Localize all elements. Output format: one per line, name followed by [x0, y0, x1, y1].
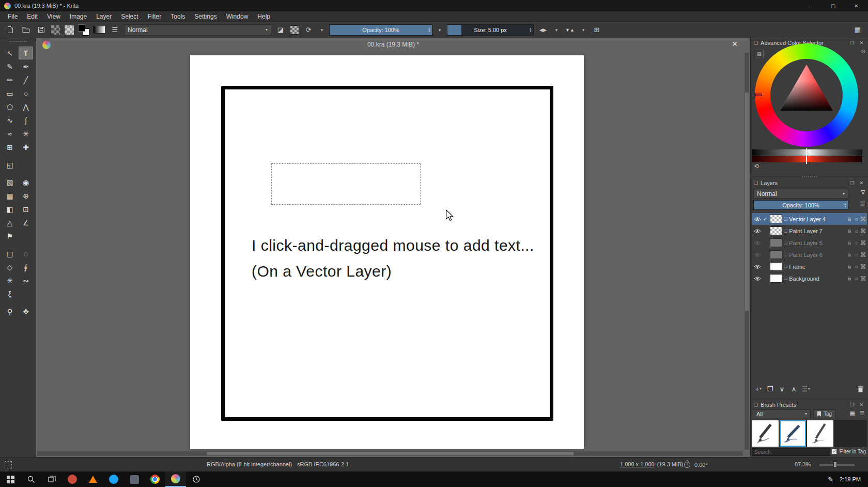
task-view-button[interactable] — [41, 471, 62, 487]
canvas-page[interactable]: I click-and-dragged mouse to add text...… — [190, 55, 584, 449]
open-document-button[interactable] — [20, 24, 32, 36]
polyline-tool[interactable]: ⋀ — [19, 100, 33, 113]
pattern-swatch-button[interactable] — [64, 25, 74, 35]
saturation-value-triangle[interactable] — [771, 59, 842, 131]
float-panel-icon[interactable]: ❐ — [849, 40, 856, 45]
move-tool[interactable]: ✚ — [19, 141, 33, 154]
tag-button[interactable]: Tag — [813, 409, 835, 418]
opacity-slider[interactable]: Opacity: 100% ▴▾ — [329, 24, 432, 36]
brush-preset-pencil-1[interactable] — [752, 420, 779, 447]
text-box-selection[interactable] — [271, 163, 421, 205]
layer-opacity-slider[interactable]: Opacity: 100% ▴▾ — [753, 200, 848, 210]
taskbar-clock[interactable]: 2:19 PM — [840, 476, 861, 482]
layer-row-paint-layer-5[interactable]: ❏ Paint Layer 5 α — [752, 237, 867, 249]
chevron-down-icon[interactable]: ▾ — [579, 24, 587, 36]
menu-layer[interactable]: Layer — [91, 11, 116, 22]
float-panel-icon[interactable]: ❐ — [849, 180, 856, 186]
chevron-down-icon[interactable]: ▾ — [552, 24, 561, 36]
alpha-lock-icon[interactable]: α — [854, 240, 859, 246]
duplicate-layer-button[interactable]: ❐ — [765, 383, 775, 394]
close-panel-icon[interactable]: ✕ — [858, 180, 865, 186]
layer-row-paint-layer-7[interactable]: ❏ Paint Layer 7 α — [752, 225, 867, 237]
brush-preset-pencil-3[interactable] — [807, 420, 833, 447]
inherit-alpha-icon[interactable] — [861, 240, 865, 245]
sync-color-icon[interactable]: ⟲ — [754, 163, 759, 170]
menu-settings[interactable]: Settings — [190, 11, 221, 22]
alpha-lock-icon[interactable]: α — [854, 252, 859, 257]
inherit-alpha-icon[interactable] — [861, 217, 865, 221]
color-sampler-tool[interactable]: ◉ — [19, 176, 33, 189]
docker-splitter[interactable] — [751, 176, 868, 178]
inherit-alpha-icon[interactable] — [861, 264, 865, 269]
taskbar-vlc-icon[interactable] — [83, 471, 103, 487]
chevron-down-icon[interactable]: ▾ — [436, 24, 444, 36]
reference-images-tool[interactable]: ⚑ — [3, 230, 17, 242]
image-dimensions[interactable]: 1,000 x 1,000 — [620, 461, 655, 467]
eraser-toggle-button[interactable]: ◪ — [274, 24, 287, 36]
maximize-button[interactable]: ▢ — [822, 0, 845, 11]
lock-icon[interactable] — [846, 276, 852, 281]
assistants-tool[interactable]: △ — [3, 216, 17, 229]
save-document-button[interactable] — [35, 24, 48, 36]
chevron-down-icon[interactable]: ▾ — [318, 24, 326, 36]
enclose-fill-tool[interactable]: ⊡ — [19, 203, 33, 216]
color-history-icon[interactable]: ⊙ — [861, 49, 865, 54]
lock-icon[interactable] — [846, 217, 852, 221]
layer-visibility-icon[interactable] — [753, 264, 762, 269]
crop-tool[interactable]: ◱ — [3, 158, 17, 171]
taskbar-app-red-icon[interactable] — [62, 471, 83, 487]
toolbox-drag-handle[interactable] — [9, 41, 27, 44]
close-button[interactable]: ✕ — [845, 0, 868, 11]
gradient-chooser-button[interactable] — [93, 26, 105, 34]
mirror-vertical-button[interactable]: ▼▲ — [564, 24, 576, 36]
scrollbar-thumb[interactable] — [207, 452, 574, 455]
lock-icon[interactable] — [846, 229, 852, 233]
selector-settings-icon[interactable]: ▤ — [755, 50, 764, 57]
layer-blend-mode-dropdown[interactable]: Normal ▾ — [753, 189, 848, 199]
close-panel-icon[interactable]: ✕ — [858, 402, 865, 407]
menu-window[interactable]: Window — [222, 11, 253, 22]
fill-tool[interactable]: ◧ — [3, 203, 17, 216]
lock-icon[interactable] — [846, 240, 852, 245]
tag-filter-dropdown[interactable]: All ▾ — [753, 409, 811, 418]
pan-tool[interactable]: ✥ — [19, 305, 33, 318]
calligraphy-tool[interactable]: ✒ — [19, 60, 33, 73]
multibrush-tool[interactable]: ✳ — [19, 127, 33, 140]
blend-mode-dropdown[interactable]: Normal ▾ — [124, 24, 271, 36]
taskbar-krita-icon[interactable] — [165, 471, 186, 487]
spinner-arrows[interactable]: ▴▾ — [528, 25, 533, 35]
pattern-edit-tool[interactable]: ▦ — [3, 189, 17, 202]
alpha-lock-icon[interactable]: α — [854, 229, 859, 234]
canvas-angle-value[interactable]: 0.00° — [694, 462, 708, 468]
zoom-tool[interactable]: ⚲ — [3, 305, 17, 318]
canvas-rotation-icon[interactable] — [683, 460, 691, 469]
zoom-slider-thumb[interactable] — [833, 462, 837, 468]
brush-preset-pencil-2[interactable] — [780, 420, 806, 447]
horizontal-scrollbar[interactable] — [37, 451, 743, 456]
menu-tools[interactable]: Tools — [166, 11, 190, 22]
scrollbar-thumb[interactable] — [745, 93, 749, 311]
layer-visibility-icon[interactable] — [753, 240, 762, 246]
menu-help[interactable]: Help — [253, 11, 275, 22]
zoom-slider[interactable] — [819, 464, 855, 466]
similar-select-tool[interactable]: ✳ — [3, 274, 17, 287]
spinner-arrows[interactable]: ▴▾ — [427, 25, 431, 35]
polygon-select-tool[interactable]: ◇ — [3, 261, 17, 273]
bezier-curve-tool[interactable]: ∿ — [3, 114, 17, 127]
checkbox-check-icon[interactable]: ✓ — [831, 449, 837, 454]
float-panel-icon[interactable]: ❐ — [849, 402, 856, 407]
close-panel-icon[interactable]: ✕ — [858, 40, 865, 45]
menu-edit[interactable]: Edit — [22, 11, 42, 22]
mirror-horizontal-button[interactable]: ◀▶ — [537, 24, 549, 36]
select-shapes-tool[interactable]: ↖ — [3, 47, 17, 59]
alpha-lock-icon[interactable]: α — [854, 264, 859, 269]
menu-file[interactable]: File — [3, 11, 22, 22]
ellipse-tool[interactable]: ○ — [19, 87, 33, 100]
brush-editor-button[interactable]: ☰ — [109, 24, 121, 36]
dynamic-brush-tool[interactable]: ≈ — [3, 127, 17, 140]
layer-visibility-icon[interactable] — [753, 252, 762, 257]
shade-strip-light[interactable] — [752, 149, 862, 156]
move-layer-down-button[interactable]: ∨ — [777, 383, 787, 394]
alpha-lock-icon[interactable]: α — [854, 217, 859, 222]
vertical-scrollbar[interactable] — [745, 53, 749, 450]
